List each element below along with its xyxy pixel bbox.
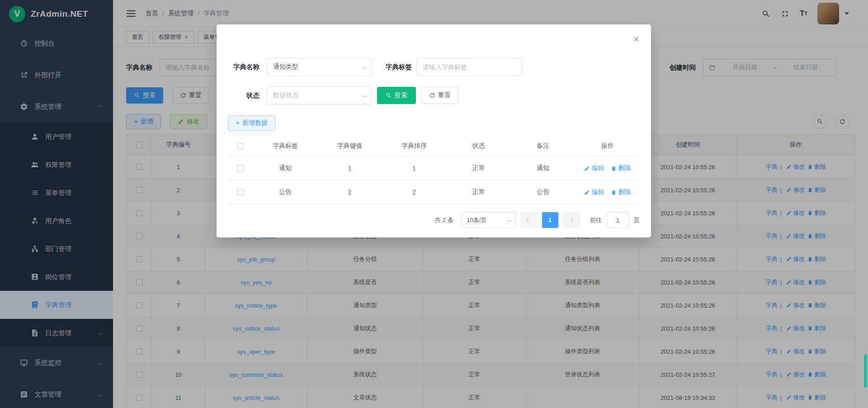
page-unit-label: 页 [634, 216, 640, 224]
prev-page-button[interactable] [520, 212, 538, 228]
link-label: 删除 [618, 164, 631, 172]
cell-actions: 编辑 删除 [576, 188, 640, 196]
chevron-down-icon [363, 93, 367, 98]
select-value: 通知类型 [273, 63, 363, 71]
plus-icon: + [236, 119, 240, 127]
next-page-button[interactable] [563, 212, 580, 228]
dict-name-select[interactable]: 通知类型 [267, 58, 372, 76]
cell-actions: 编辑 删除 [576, 164, 640, 172]
dict-data-dialog: × 字典名称 通知类型 字典标签 状态 数据状态 搜索 重置 [217, 24, 651, 237]
page-scrollbar[interactable] [864, 354, 867, 388]
delete-link[interactable]: 删除 [611, 164, 631, 172]
cell-sort: 2 [382, 189, 447, 196]
dialog-reset-button[interactable]: 重置 [421, 87, 458, 104]
edit-link[interactable]: 编辑 [584, 164, 604, 172]
cell-remark: 公告 [511, 188, 576, 196]
dialog-table-row: 通知 1 1 正常 通知 编辑 删除 [228, 157, 640, 180]
pagination: 共 2 条 10条/页 1 前往 页 [228, 212, 640, 228]
page-number-1[interactable]: 1 [542, 212, 558, 228]
add-data-button[interactable]: + 新增数据 [228, 115, 275, 131]
dict-name-label: 字典名称 [228, 63, 259, 71]
goto-label: 前往 [590, 216, 602, 224]
dialog-table-row: 公告 2 2 正常 公告 编辑 删除 [228, 180, 640, 204]
status-select[interactable]: 数据状态 [267, 86, 372, 104]
column-header-ops: 操作 [576, 142, 640, 150]
dict-data-table: 字典标签 字典键值 字典排序 状态 备注 操作 通知 1 1 正常 通知 [228, 136, 640, 204]
page-size-value: 10条/页 [467, 216, 505, 224]
link-label: 编辑 [592, 164, 604, 172]
chevron-down-icon [507, 218, 511, 223]
button-label: 搜索 [395, 91, 407, 100]
cell-status: 正常 [447, 164, 511, 172]
link-label: 编辑 [592, 188, 604, 196]
chevron-left-icon [527, 218, 531, 223]
edit-link[interactable]: 编辑 [584, 188, 604, 196]
dict-label-input[interactable] [417, 58, 522, 76]
dialog-search-button[interactable]: 搜索 [377, 87, 416, 104]
select-placeholder: 数据状态 [273, 91, 363, 100]
search-icon [386, 92, 392, 99]
status-label: 状态 [228, 91, 259, 100]
pencil-icon [584, 166, 590, 171]
trash-icon [611, 190, 617, 195]
dialog-filter-row-2: 状态 数据状态 搜索 重置 [228, 86, 640, 104]
button-label: 新增数据 [242, 119, 268, 127]
page-size-select[interactable]: 10条/页 [462, 212, 516, 228]
cell-sort: 1 [382, 165, 447, 172]
column-header-status: 状态 [447, 142, 511, 150]
row-checkbox[interactable] [237, 165, 244, 171]
dialog-body: 字典名称 通知类型 字典标签 状态 数据状态 搜索 重置 [217, 24, 651, 228]
cell-value: 2 [318, 189, 382, 196]
column-header-value: 字典键值 [318, 142, 382, 150]
goto-page-input[interactable] [607, 212, 629, 228]
pagination-total: 共 2 条 [434, 216, 453, 224]
dict-label-label: 字典标签 [380, 63, 412, 71]
column-header-label: 字典标签 [253, 142, 318, 150]
close-icon[interactable]: × [633, 34, 639, 44]
dialog-filter-row-1: 字典名称 通知类型 字典标签 [228, 58, 640, 76]
chevron-right-icon [569, 218, 574, 223]
button-label: 重置 [438, 91, 451, 100]
select-all-checkbox[interactable] [237, 143, 244, 149]
trash-icon [611, 166, 617, 171]
refresh-icon [429, 92, 435, 99]
table-header: 字典标签 字典键值 字典排序 状态 备注 操作 [228, 136, 640, 157]
chevron-down-icon [363, 65, 367, 69]
column-header-sort: 字典排序 [382, 142, 447, 150]
cell-remark: 通知 [511, 164, 576, 172]
cell-label: 通知 [253, 164, 318, 172]
cell-label: 公告 [253, 188, 318, 196]
row-checkbox[interactable] [237, 189, 244, 195]
column-header-remark: 备注 [511, 142, 576, 150]
cell-status: 正常 [447, 188, 511, 196]
cell-value: 1 [318, 165, 382, 172]
link-label: 删除 [618, 188, 631, 196]
pencil-icon [584, 190, 590, 195]
delete-link[interactable]: 删除 [611, 188, 631, 196]
